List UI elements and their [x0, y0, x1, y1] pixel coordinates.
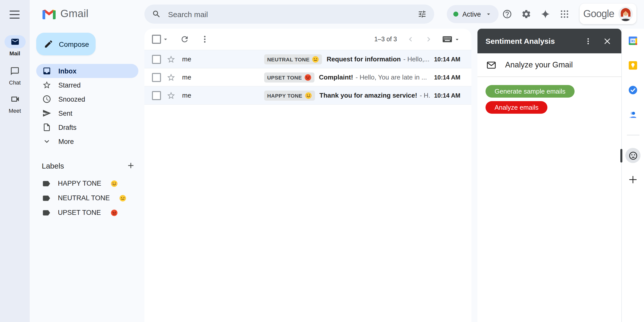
send-icon: [42, 109, 51, 118]
google-calendar-icon[interactable]: 31: [628, 36, 638, 46]
google-tasks-icon[interactable]: [628, 85, 638, 95]
nav-item-starred[interactable]: Starred: [36, 78, 138, 92]
labels-header: Labels: [42, 161, 135, 170]
mail-list-card: 1–3 of 3 me NEUTRAL TONE Request for inf…: [144, 29, 471, 322]
row-star-icon[interactable]: [167, 73, 176, 82]
search-icon[interactable]: [152, 10, 161, 19]
chevron-down-icon: [485, 11, 492, 18]
analyze-emails-button[interactable]: Analyze emails: [486, 101, 548, 114]
main-menu-button[interactable]: [10, 11, 20, 19]
settings-button[interactable]: [517, 4, 536, 24]
add-addon-button[interactable]: [628, 175, 638, 185]
panel-buttons: Generate sample emails Analyze emails: [477, 77, 621, 122]
email-subject: Request for information: [327, 55, 401, 63]
gemini-button[interactable]: [536, 4, 555, 24]
email-snippet: - Hello, You are late in ...: [356, 73, 430, 81]
label-item-upset-tone[interactable]: UPSET TONE: [42, 205, 142, 220]
svg-text:31: 31: [631, 39, 635, 43]
label-name: HAPPY TONE: [58, 180, 101, 187]
pencil-icon: [44, 39, 53, 49]
kebab-menu-icon: [584, 37, 592, 45]
tone-badge-label: HAPPY TONE: [267, 92, 302, 98]
more-options-button[interactable]: [200, 35, 209, 44]
email-row[interactable]: me NEUTRAL TONE Request for information …: [144, 50, 471, 68]
video-camera-icon: [10, 94, 20, 104]
active-addon-indicator: [620, 149, 622, 163]
tone-badge-label: NEUTRAL TONE: [267, 56, 310, 62]
generate-sample-emails-button[interactable]: Generate sample emails: [486, 85, 575, 98]
label-tag-icon: [42, 193, 51, 203]
tone-badge[interactable]: NEUTRAL TONE: [264, 54, 322, 64]
row-star-icon[interactable]: [167, 91, 176, 100]
email-row[interactable]: me UPSET TONE Complaint! - Hello, You ar…: [144, 68, 471, 86]
email-subject: Complaint!: [319, 73, 353, 81]
panel-title: Sentiment Analysis: [486, 37, 582, 45]
star-icon: [42, 80, 51, 90]
nav-list: Inbox Starred Snoozed Sent Drafts More: [36, 64, 138, 148]
refresh-icon[interactable]: [180, 35, 189, 44]
rail-item-meet[interactable]: Meet: [0, 93, 30, 114]
nav-item-inbox[interactable]: Inbox: [36, 64, 138, 78]
tone-badge[interactable]: UPSET TONE: [264, 72, 314, 82]
row-checkbox[interactable]: [152, 91, 161, 100]
sentiment-addon-button[interactable]: [625, 148, 640, 163]
list-toolbar: 1–3 of 3: [144, 29, 471, 50]
happy-emoji-icon: [305, 92, 312, 99]
rail-item-mail[interactable]: Mail: [0, 35, 30, 56]
nav-item-more[interactable]: More: [36, 134, 138, 148]
pagination-range: 1–3 of 3: [374, 36, 397, 43]
panel-section-header: Analyze your Gmail: [477, 53, 621, 77]
envelope-icon: [486, 60, 497, 70]
chat-bubble-icon: [10, 66, 20, 76]
rail-item-chat[interactable]: Chat: [0, 64, 30, 86]
label-tag-icon: [42, 179, 51, 188]
angry-emoji-icon: [110, 209, 117, 216]
search-bar: [144, 5, 434, 24]
panel-menu-button[interactable]: [582, 35, 594, 47]
nav-item-sent[interactable]: Sent: [36, 106, 138, 120]
help-icon: [502, 9, 512, 19]
help-button[interactable]: [498, 4, 517, 24]
gmail-wordmark: Gmail: [60, 8, 89, 20]
nav-item-drafts[interactable]: Drafts: [36, 120, 138, 134]
email-row[interactable]: me HAPPY TONE Thank you for amazing serv…: [144, 86, 471, 105]
panel-close-button[interactable]: [601, 35, 613, 47]
happy-emoji-icon: [111, 180, 118, 187]
google-contacts-icon[interactable]: [628, 110, 638, 120]
rail-item-label: Chat: [9, 79, 21, 86]
plus-icon: [128, 163, 134, 168]
status-chip[interactable]: Active: [447, 5, 499, 23]
select-all-checkbox[interactable]: [152, 35, 161, 44]
google-keep-icon[interactable]: [628, 60, 638, 70]
search-filters-icon[interactable]: [418, 10, 427, 19]
row-checkbox[interactable]: [152, 73, 161, 82]
label-item-neutral-tone[interactable]: NEUTRAL TONE: [42, 191, 142, 205]
input-tools-button[interactable]: [442, 36, 460, 43]
search-input[interactable]: [167, 9, 412, 19]
status-label: Active: [462, 10, 481, 18]
add-label-button[interactable]: [126, 161, 135, 170]
google-profile-chip[interactable]: Google: [580, 4, 636, 24]
sender-name: me: [182, 73, 264, 81]
compose-button[interactable]: Compose: [36, 33, 96, 55]
apps-grid-button[interactable]: [555, 4, 574, 24]
rail-item-label: Mail: [10, 50, 20, 56]
nav-item-snoozed[interactable]: Snoozed: [36, 92, 138, 106]
neutral-emoji-icon: [119, 194, 127, 202]
sender-name: me: [182, 55, 264, 63]
row-checkbox[interactable]: [152, 55, 161, 64]
label-item-happy-tone[interactable]: HAPPY TONE: [42, 176, 142, 191]
prev-page-button[interactable]: [406, 35, 415, 44]
hamburger-menu-icon: [10, 11, 20, 12]
companion-rail: 31: [621, 29, 644, 322]
next-page-button[interactable]: [424, 35, 433, 44]
select-dropdown-caret[interactable]: [162, 36, 169, 43]
google-wordmark: Google: [583, 8, 614, 20]
sender-name: me: [182, 92, 264, 99]
email-time: 10:14 AM: [430, 56, 472, 63]
mail-envelope-icon: [10, 37, 19, 46]
neutral-emoji-icon: [312, 56, 319, 63]
row-star-icon[interactable]: [167, 55, 176, 64]
addon-panel-header: Sentiment Analysis: [477, 29, 621, 53]
tone-badge[interactable]: HAPPY TONE: [264, 90, 315, 100]
